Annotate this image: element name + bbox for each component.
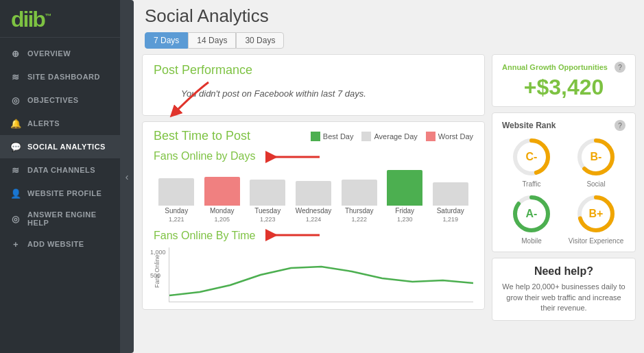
sidebar-label-objectives: Objectives — [27, 96, 79, 104]
tab-30-days[interactable]: 30 Days — [236, 32, 284, 49]
sidebar-item-alerts[interactable]: 🔔 Alerts — [0, 112, 120, 135]
answer-engine-icon: ◎ — [10, 212, 22, 225]
arrow-annotation-time — [261, 226, 323, 245]
fans-time-chart-svg — [169, 247, 473, 302]
day-col-saturday: Saturday 1,219 — [433, 182, 468, 223]
day-bar — [296, 181, 331, 206]
day-col-tuesday: Tuesday 1,223 — [250, 180, 285, 223]
day-label: Wednesday — [296, 207, 332, 215]
rank-item-visitor: B+ Visitor Experience — [567, 193, 625, 245]
objectives-icon: ◎ — [10, 94, 22, 106]
day-col-monday: Monday 1,205 — [204, 177, 240, 223]
sidebar-label-answer-engine: Answer Engine Help — [27, 210, 110, 227]
best-time-title: Best Time to Post — [154, 129, 250, 143]
rank-circle-mobile: A- — [511, 193, 552, 234]
sidebar-item-objectives[interactable]: ◎ Objectives — [0, 88, 120, 112]
sidebar-item-overview[interactable]: ⊕ Overview — [0, 42, 120, 65]
website-profile-icon: 👤 — [10, 187, 22, 199]
sidebar-label-data-channels: Data Channels — [27, 166, 95, 174]
post-performance-title: Post Performance — [154, 63, 473, 77]
sidebar-label-website-profile: Website Profile — [27, 189, 102, 197]
fans-time-chart: Fans Online 1,000 500 — [154, 247, 473, 302]
growth-card: Annual Growth Opportunities ? +$3,420 — [492, 54, 636, 107]
day-count: 1,219 — [442, 216, 458, 223]
fans-by-time-title: Fans Online By Time — [154, 230, 256, 242]
help-text: We help 20,000+ businesses daily to grow… — [502, 282, 625, 313]
rank-help-icon[interactable]: ? — [615, 120, 625, 131]
y-label-1000: 1,000 — [150, 249, 166, 256]
time-tabs: 7 Days 14 Days 30 Days — [145, 32, 644, 49]
legend: Best Day Average Day Worst Day — [311, 132, 473, 141]
day-label: Thursday — [345, 207, 374, 215]
data-channels-icon: ≋ — [10, 164, 22, 176]
day-bar — [158, 178, 194, 206]
rank-item-traffic: C- Traffic — [502, 136, 561, 188]
best-time-card: Best Time to Post Best Day Average Day — [142, 121, 485, 310]
right-panel: Annual Growth Opportunities ? +$3,420 We… — [492, 54, 636, 348]
sidebar-label-add-website: Add Website — [27, 240, 84, 248]
rank-item-social: B- Social — [567, 136, 625, 188]
growth-value: +$3,420 — [502, 75, 625, 99]
sidebar-item-site-dashboard[interactable]: ≋ Site Dashboard — [0, 65, 120, 88]
rank-grade-social: B- — [591, 151, 602, 163]
logo-text: diib — [11, 7, 45, 32]
day-count: 1,223 — [260, 216, 276, 223]
fans-by-days-title: Fans Online by Days — [154, 150, 256, 162]
content-area: Post Performance You didn't post on Face… — [134, 54, 644, 353]
sidebar-item-social-analytics[interactable]: 💬 Social Analytics — [0, 135, 120, 158]
day-count: 1,224 — [306, 216, 322, 223]
help-card: Need help? We help 20,000+ businesses da… — [492, 258, 636, 321]
day-bar — [387, 170, 422, 206]
sidebar-item-website-profile[interactable]: 👤 Website Profile — [0, 182, 120, 205]
logo: diib™ — [11, 7, 50, 32]
rank-circle-traffic: C- — [511, 136, 552, 178]
page-header: Social Analytics — [134, 0, 644, 29]
sidebar-label-alerts: Alerts — [27, 119, 60, 127]
rank-circle-social: B- — [575, 136, 617, 178]
add-website-icon: + — [10, 238, 22, 250]
y-label-500: 500 — [150, 272, 160, 279]
legend-best: Best Day — [311, 132, 354, 141]
legend-avg-box — [361, 132, 371, 141]
rank-grade-mobile: A- — [526, 208, 538, 220]
legend-avg: Average Day — [361, 132, 417, 141]
legend-best-label: Best Day — [323, 132, 354, 141]
sidebar-item-add-website[interactable]: + Add Website — [0, 232, 120, 256]
rank-grade-traffic: C- — [526, 151, 538, 163]
main-content: Social Analytics 7 Days 14 Days 30 Days … — [134, 0, 644, 353]
growth-header: Annual Growth Opportunities ? — [502, 62, 625, 73]
tab-14-days[interactable]: 14 Days — [188, 32, 236, 49]
day-label: Monday — [210, 207, 235, 215]
rank-header: Website Rank ? — [502, 120, 625, 131]
growth-help-icon[interactable]: ? — [615, 62, 625, 73]
no-post-message: You didn't post on Facebook within last … — [181, 84, 473, 103]
best-time-header: Best Time to Post Best Day Average Day — [154, 129, 473, 143]
legend-worst: Worst Day — [426, 132, 473, 141]
day-label: Tuesday — [254, 207, 281, 215]
legend-worst-box — [426, 132, 436, 141]
day-col-thursday: Thursday 1,222 — [342, 180, 377, 223]
day-label: Sunday — [165, 207, 188, 215]
sidebar-label-social-analytics: Social Analytics — [27, 143, 106, 151]
social-analytics-icon: 💬 — [10, 141, 22, 153]
day-col-sunday: Sunday 1,221 — [158, 178, 194, 223]
collapse-icon: ‹ — [126, 171, 129, 182]
overview-icon: ⊕ — [10, 47, 22, 60]
sidebar: diib™ ⊕ Overview ≋ Site Dashboard ◎ Obje… — [0, 0, 120, 353]
day-bar — [433, 182, 468, 206]
logo-area: diib™ — [0, 0, 120, 38]
rank-label: Website Rank — [502, 121, 556, 130]
tab-7-days[interactable]: 7 Days — [145, 32, 188, 49]
rank-name-social: Social — [586, 180, 605, 188]
help-title: Need help? — [502, 265, 625, 278]
post-performance-card: Post Performance You didn't post on Face… — [142, 54, 485, 116]
sidebar-item-answer-engine[interactable]: ◎ Answer Engine Help — [0, 205, 120, 232]
sidebar-label-overview: Overview — [27, 49, 71, 58]
sidebar-collapse-button[interactable]: ‹ — [120, 0, 134, 353]
day-col-friday: Friday 1,230 — [387, 170, 422, 223]
sidebar-item-data-channels[interactable]: ≋ Data Channels — [0, 158, 120, 182]
sidebar-nav: ⊕ Overview ≋ Site Dashboard ◎ Objectives… — [0, 38, 120, 353]
day-col-wednesday: Wednesday 1,224 — [296, 181, 332, 223]
legend-avg-label: Average Day — [374, 132, 417, 141]
day-count: 1,230 — [397, 216, 413, 223]
